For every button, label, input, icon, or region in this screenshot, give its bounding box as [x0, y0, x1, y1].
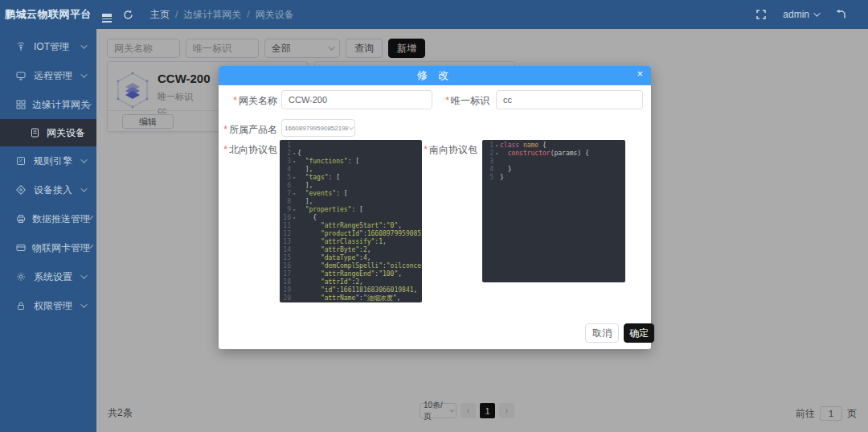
product-select[interactable]: 1660897995908521985: [281, 119, 355, 137]
sidebar-item-system-settings[interactable]: 系统设置: [0, 262, 96, 291]
fullscreen-icon[interactable]: [756, 10, 766, 19]
user-menu[interactable]: admin: [783, 9, 818, 20]
document-icon: [31, 128, 41, 138]
sidebar: IOT管理 远程管理 边缘计算网关 网关设备 规则引擎 设备接入 数据推送管理: [0, 29, 96, 432]
sidebar-item-iot-card[interactable]: 物联网卡管理: [0, 233, 96, 262]
modal-footer: 取消 确定: [219, 320, 651, 349]
chevron-down-icon: [80, 71, 87, 77]
app-root: 鹏城云物联网平台 主页 / 边缘计算网关 / 网关设备 admin: [0, 0, 868, 432]
breadcrumb-gateway-device: 网关设备: [256, 8, 294, 22]
antenna-icon: [16, 42, 27, 51]
grid-icon: [16, 100, 26, 109]
diamond-icon: [16, 185, 27, 195]
close-icon[interactable]: ×: [637, 68, 643, 79]
sidebar-item-remote[interactable]: 远程管理: [0, 61, 96, 90]
modal-header: 修 改 ×: [219, 66, 651, 85]
breadcrumb-home[interactable]: 主页: [150, 8, 170, 22]
sidebar-item-data-push[interactable]: 数据推送管理: [0, 204, 96, 233]
south-protocol-editor[interactable]: 1▾class name {2▾ constructor(params) {34…: [482, 140, 625, 282]
sidebar-item-permissions[interactable]: 权限管理: [0, 291, 96, 320]
chevron-down-icon: [80, 301, 87, 307]
confirm-button[interactable]: 确定: [624, 323, 654, 343]
gateway-name-label: *网关名称: [219, 94, 277, 108]
modal-unique-id-input[interactable]: [496, 90, 643, 109]
card-icon: [16, 243, 26, 253]
north-protocol-label: *北向协议包: [219, 143, 277, 157]
platform-logo: 鹏城云物联网平台: [0, 7, 96, 22]
chevron-down-icon: [80, 42, 87, 48]
monitor-icon: [16, 71, 27, 80]
sidebar-item-rule-engine[interactable]: 规则引擎: [0, 146, 96, 175]
username: admin: [783, 9, 809, 20]
chevron-down-icon: [89, 245, 93, 249]
gear-icon: [16, 272, 27, 282]
chevron-down-icon: [89, 216, 93, 220]
chevron-down-icon: [348, 124, 354, 130]
modal-title: 修 改: [417, 68, 453, 83]
chevron-down-icon: [80, 272, 87, 278]
cancel-button[interactable]: 取消: [585, 323, 619, 343]
sidebar-item-iot[interactable]: IOT管理: [0, 32, 96, 61]
collapse-menu-icon[interactable]: [102, 12, 112, 17]
chevron-down-icon: [80, 185, 87, 191]
printer-icon: [16, 214, 26, 224]
south-protocol-label: *南向协议包: [424, 143, 477, 157]
modal-gateway-name-input[interactable]: [281, 90, 432, 109]
logout-icon[interactable]: [835, 10, 846, 19]
chevron-down-icon: [813, 10, 820, 16]
refresh-icon[interactable]: [123, 10, 133, 20]
north-protocol-editor[interactable]: 12▾{3▾ "functions": [4 ],5▾ "tags": [6 ]…: [280, 140, 422, 302]
breadcrumb-edge-computing[interactable]: 边缘计算网关: [183, 8, 241, 22]
lock-icon: [16, 301, 27, 311]
top-header: 鹏城云物联网平台 主页 / 边缘计算网关 / 网关设备 admin: [0, 0, 868, 29]
sidebar-item-edge-computing[interactable]: 边缘计算网关: [0, 90, 96, 119]
rule-icon: [16, 156, 27, 166]
modal-unique-id-label: *唯一标识: [436, 94, 489, 108]
product-name-label: *所属产品名: [219, 123, 277, 137]
chevron-down-icon: [80, 156, 87, 163]
sidebar-item-gateway-device[interactable]: 网关设备: [0, 119, 96, 146]
breadcrumb: 主页 / 边缘计算网关 / 网关设备: [150, 8, 294, 22]
sidebar-item-device-access[interactable]: 设备接入: [0, 175, 96, 204]
edit-modal: 修 改 × *网关名称 *唯一标识 *所属产品名 166089799590852…: [219, 66, 651, 349]
